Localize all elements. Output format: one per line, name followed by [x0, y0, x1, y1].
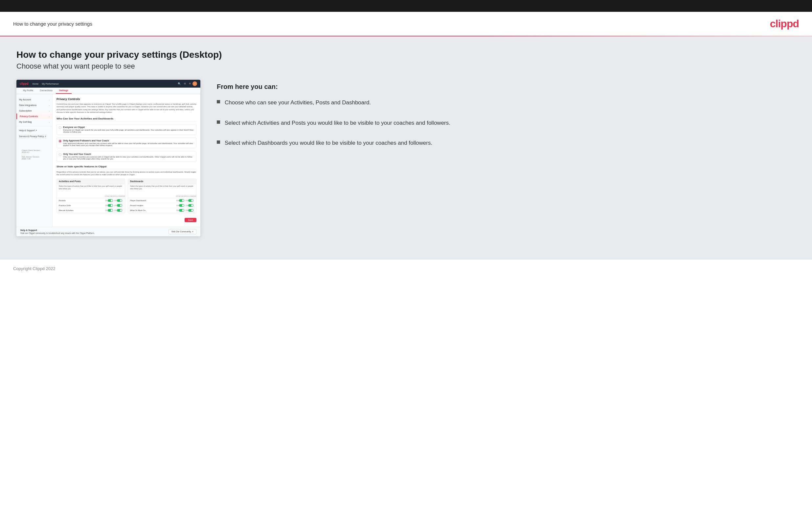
- right-panel: From here you can: Choose who can see yo…: [217, 80, 796, 159]
- option-followers-coach-desc: Only approved followers and coaches you …: [63, 143, 194, 146]
- dashboards-header: Dashboards: [128, 179, 196, 184]
- mock-nav-items: Home My Performance: [33, 83, 174, 85]
- toggle-rounds-coaches[interactable]: [108, 199, 113, 202]
- radio-everyone[interactable]: [59, 126, 61, 129]
- mock-page-tabs: My Profile Connections Settings: [16, 88, 200, 94]
- chevron-icon: ›: [49, 121, 50, 123]
- logo: clippd: [770, 18, 799, 30]
- mock-nav-icons: 🔍 ⊞ ⚙ U: [178, 81, 197, 86]
- toggle-manual-coaches[interactable]: [108, 209, 113, 212]
- row-round-insights: Round Insights ON ON: [128, 203, 196, 208]
- activities-posts-table: Activities and Posts Select the types of…: [56, 178, 125, 213]
- mock-sidebar: My Account › Data Integrations › Subscri…: [16, 94, 53, 227]
- settings-icon[interactable]: ⚙: [189, 82, 191, 85]
- page-heading: How to change your privacy settings (Des…: [16, 50, 796, 60]
- row-what-to-work-on: What To Work On ON ON: [128, 208, 196, 213]
- row-practice-drills: Practice Drills ON ON: [57, 203, 125, 208]
- visibility-radio-group: Everyone on Clippd Everyone on Clippd ca…: [56, 124, 196, 162]
- show-hide-title: Show or hide specific features in Clippd: [56, 165, 196, 169]
- toggle-manual-followers[interactable]: [117, 209, 122, 212]
- bullet-square-3: [217, 140, 220, 144]
- toggle-practice-coaches[interactable]: [108, 204, 113, 207]
- bullet-text-2: Select which Activities and Posts you wo…: [225, 119, 450, 127]
- mock-logo: clippd: [20, 82, 29, 85]
- option-followers-coach-label: Only Approved Followers and Your Coach: [63, 139, 194, 142]
- row-manual-activities: Manual Activities ON ON: [57, 208, 125, 213]
- chevron-icon: ›: [49, 115, 50, 117]
- dashboards-subheader: COACHES FOLLOWERS: [128, 194, 196, 198]
- search-icon[interactable]: 🔍: [178, 82, 181, 85]
- screenshot-mock: clippd Home My Performance 🔍 ⊞ ⚙ U My Pr…: [16, 80, 200, 236]
- toggle-round-insights-followers[interactable]: [188, 204, 194, 207]
- toggle-player-dash-coaches[interactable]: [179, 199, 184, 202]
- main-content: How to change your privacy settings (Des…: [0, 37, 812, 260]
- sidebar-item-subscription[interactable]: Subscription ›: [16, 108, 52, 114]
- page-subheading: Choose what you want people to see: [16, 62, 796, 70]
- bullet-text-3: Select which Dashboards you would like t…: [225, 139, 432, 147]
- mock-navbar: clippd Home My Performance 🔍 ⊞ ⚙ U: [16, 80, 200, 88]
- mock-main: Privacy Controls Control how you and you…: [53, 94, 200, 227]
- bullet-item-2: Select which Activities and Posts you wo…: [217, 119, 796, 127]
- sidebar-item-data-integrations[interactable]: Data Integrations ›: [16, 102, 52, 108]
- radio-only-you-coach[interactable]: [59, 153, 61, 156]
- tab-my-profile[interactable]: My Profile: [20, 88, 37, 94]
- bullet-square-2: [217, 120, 220, 124]
- who-can-see-title: Who Can See Your Activities and Dashboar…: [56, 117, 196, 121]
- option-only-you-coach-desc: Only you and the coaches you connect wit…: [63, 156, 194, 160]
- show-hide-desc: Regardless of the privacy controls that …: [56, 171, 196, 176]
- sidebar-item-help-support[interactable]: Help & Support ↗: [16, 128, 52, 133]
- help-support-desc: Visit our Clippd community to troublesho…: [20, 232, 95, 234]
- dashboards-table: Dashboards Select the types of activity …: [128, 178, 196, 213]
- avatar[interactable]: U: [193, 81, 197, 86]
- toggle-player-dash-followers[interactable]: [188, 199, 194, 202]
- footer-text: Copyright Clippd 2022: [13, 266, 55, 271]
- option-everyone-desc: Everyone on Clippd can search for you an…: [63, 129, 194, 133]
- dashboards-desc: Select the types of activity that you'd …: [128, 184, 196, 191]
- mock-help-bar: Help & Support Visit our Clippd communit…: [16, 227, 200, 236]
- chevron-icon: ›: [49, 110, 50, 112]
- row-player-dashboard: Player Dashboard ON ON: [128, 198, 196, 203]
- sidebar-divider: [16, 126, 52, 126]
- option-only-you-coach[interactable]: Only You and Your Coach Only you and the…: [56, 151, 196, 162]
- header: How to change your privacy settings clip…: [0, 12, 812, 36]
- option-followers-coach[interactable]: Only Approved Followers and Your Coach O…: [56, 137, 196, 148]
- sql-version-text: SQL Server Version: 2022.7.38: [19, 155, 50, 161]
- bullet-list: Choose who can see your Activities, Post…: [217, 99, 796, 147]
- activities-posts-header: Activities and Posts: [57, 179, 125, 184]
- content-row: clippd Home My Performance 🔍 ⊞ ⚙ U My Pr…: [16, 80, 796, 236]
- toggle-rounds-followers[interactable]: [117, 199, 122, 202]
- footer: Copyright Clippd 2022: [0, 260, 812, 277]
- tab-settings[interactable]: Settings: [56, 88, 71, 94]
- save-button[interactable]: Save: [185, 218, 196, 222]
- sidebar-item-my-golf-bag[interactable]: My Golf Bag ›: [16, 119, 52, 125]
- radio-followers-coach[interactable]: [59, 140, 61, 143]
- privacy-controls-title: Privacy Controls: [56, 98, 196, 101]
- chevron-icon: ›: [49, 99, 50, 101]
- save-row: Save: [56, 217, 196, 223]
- grid-icon[interactable]: ⊞: [184, 82, 186, 85]
- mock-body: My Account › Data Integrations › Subscri…: [16, 94, 200, 227]
- chevron-icon: ›: [49, 104, 50, 106]
- toggle-round-insights-coaches[interactable]: [179, 204, 184, 207]
- toggle-what-to-work-coaches[interactable]: [179, 209, 184, 212]
- sidebar-item-my-account[interactable]: My Account ›: [16, 97, 52, 102]
- version-text: Clippd Client Version: 2022.8.2: [19, 148, 50, 155]
- screenshot-container: clippd Home My Performance 🔍 ⊞ ⚙ U My Pr…: [16, 80, 200, 236]
- option-everyone-label: Everyone on Clippd: [63, 126, 194, 128]
- option-everyone[interactable]: Everyone on Clippd Everyone on Clippd ca…: [56, 124, 196, 135]
- top-bar: [0, 0, 812, 12]
- mock-nav-performance[interactable]: My Performance: [42, 83, 58, 85]
- toggle-tables-row: Activities and Posts Select the types of…: [56, 178, 196, 213]
- from-here-title: From here you can:: [217, 83, 796, 91]
- bullet-item-3: Select which Dashboards you would like t…: [217, 139, 796, 147]
- sidebar-item-service-privacy[interactable]: Service & Privacy Policy ↗: [16, 133, 52, 139]
- bullet-text-1: Choose who can see your Activities, Post…: [225, 99, 371, 107]
- visit-community-button[interactable]: Visit Our Community ↗: [168, 229, 196, 234]
- toggle-what-to-work-followers[interactable]: [188, 209, 194, 212]
- mock-nav-home[interactable]: Home: [33, 83, 39, 85]
- tab-connections[interactable]: Connections: [37, 88, 56, 94]
- toggle-practice-followers[interactable]: [117, 204, 122, 207]
- sidebar-item-privacy-controls[interactable]: Privacy Controls ›: [16, 114, 52, 119]
- help-support-title: Help & Support: [20, 229, 95, 231]
- header-title: How to change your privacy settings: [13, 21, 92, 26]
